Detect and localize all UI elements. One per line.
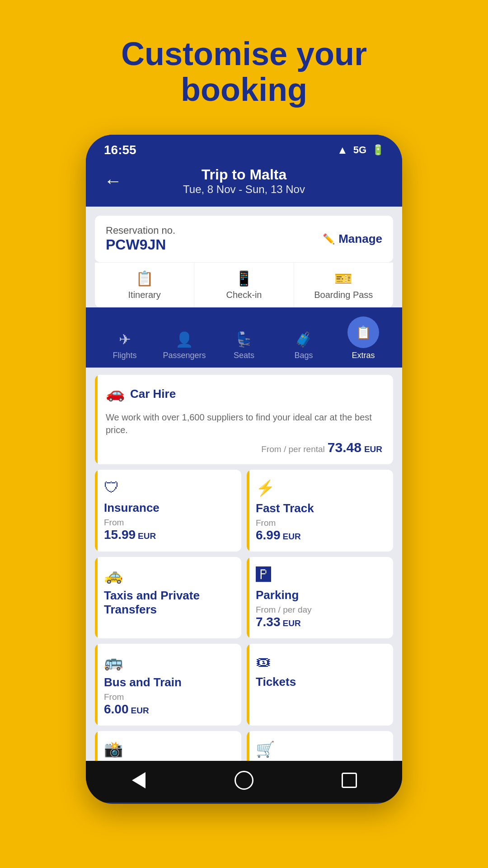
- extras-label: Extras: [352, 351, 375, 360]
- car-hire-desc: We work with over 1,600 suppliers to fin…: [106, 411, 382, 436]
- phone-bottom-bar: [86, 761, 402, 802]
- tab-boarding-pass[interactable]: 🎫 Boarding Pass: [294, 263, 393, 307]
- nav-bags[interactable]: 🧳 Bags: [274, 331, 333, 360]
- nav-flights[interactable]: ✈ Flights: [95, 331, 155, 360]
- insurance-price: 15.99: [104, 528, 136, 542]
- fast-track-card[interactable]: ⚡ Fast Track From 6.99 EUR: [247, 470, 393, 552]
- bags-icon: 🧳: [295, 331, 313, 348]
- manage-button[interactable]: Manage: [323, 232, 382, 246]
- insurance-currency: EUR: [138, 531, 156, 541]
- tab-itinerary[interactable]: 📋 Itinerary: [95, 263, 194, 307]
- parking-price: 7.33: [256, 615, 281, 629]
- nav-extras[interactable]: 📋 Extras: [333, 316, 393, 360]
- parking-icon: 🅿: [256, 566, 384, 584]
- extras-list: 🚗 Car Hire We work with over 1,600 suppl…: [86, 368, 402, 761]
- car-hire-price-label: From / per rental: [261, 444, 324, 454]
- car-hire-currency: EUR: [364, 444, 382, 454]
- extras-icon-wrap: 📋: [347, 316, 379, 348]
- bus-train-title: Bus and Train: [104, 675, 232, 689]
- checkin-icon: 📱: [235, 270, 253, 287]
- fast-track-title: Fast Track: [256, 501, 384, 515]
- fast-track-currency: EUR: [283, 532, 301, 542]
- phone-home-button[interactable]: [233, 769, 255, 792]
- reservation-card: Reservation no. PCW9JN Manage: [95, 216, 393, 262]
- status-bar: 16:55 ▲ 5G 🔋: [86, 135, 402, 162]
- phone-mockup: 16:55 ▲ 5G 🔋 ← Trip to Malta Tue, 8 Nov …: [86, 135, 402, 804]
- boarding-pass-icon: 🎫: [334, 270, 352, 287]
- parking-card[interactable]: 🅿 Parking From / per day 7.33 EUR: [247, 557, 393, 638]
- page-title: Customise your booking: [85, 36, 403, 108]
- nav-passengers[interactable]: 👤 Passengers: [155, 331, 214, 360]
- back-button[interactable]: ←: [104, 171, 122, 191]
- phone-recents-button[interactable]: [338, 769, 361, 792]
- battery-icon: 🔋: [372, 144, 384, 156]
- car-hire-title: Car Hire: [130, 387, 176, 401]
- reservation-number: PCW9JN: [106, 236, 175, 253]
- quick-tabs: 📋 Itinerary 📱 Check-in 🎫 Boarding Pass: [95, 262, 393, 307]
- nav-bar: ✈ Flights 👤 Passengers 💺 Seats 🧳 Bags 📋 …: [86, 307, 402, 368]
- equipment-card[interactable]: 🛒 Equipment From 15.00 EUR: [247, 731, 393, 761]
- trip-title: Trip to Malta: [183, 166, 305, 183]
- tickets-title: Tickets: [256, 675, 384, 689]
- status-icons: ▲ 5G 🔋: [337, 144, 384, 156]
- nav-seats[interactable]: 💺 Seats: [214, 331, 274, 360]
- checkin-label: Check-in: [226, 290, 262, 300]
- phone-back-button[interactable]: [127, 769, 150, 792]
- insurance-card[interactable]: 🛡 Insurance From 15.99 EUR: [95, 470, 241, 552]
- bus-train-price: 6.00: [104, 702, 129, 717]
- wifi-icon: ▲: [337, 144, 348, 156]
- app-header: ← Trip to Malta Tue, 8 Nov - Sun, 13 Nov: [86, 162, 402, 207]
- trip-dates: Tue, 8 Nov - Sun, 13 Nov: [183, 183, 305, 196]
- tickets-icon: 🎟: [256, 653, 384, 670]
- clock: 16:55: [104, 143, 136, 157]
- car-hire-icon: 🚗: [106, 384, 125, 402]
- content-area: Reservation no. PCW9JN Manage 📋 Itinerar…: [86, 207, 402, 761]
- insurance-title: Insurance: [104, 501, 232, 515]
- insurance-from: From: [104, 518, 232, 528]
- taxis-card[interactable]: 🚕 Taxis and Private Transfers: [95, 557, 241, 638]
- equipment-icon: 🛒: [256, 740, 384, 758]
- taxis-title: Taxis and Private Transfers: [104, 589, 232, 617]
- flights-icon: ✈: [119, 331, 131, 348]
- car-hire-price: 73.48: [328, 440, 361, 455]
- parking-currency: EUR: [283, 618, 301, 628]
- seats-label: Seats: [234, 351, 254, 360]
- activities-icon: 📸: [104, 740, 232, 758]
- extras-icon: 📋: [356, 325, 371, 340]
- parking-title: Parking: [256, 588, 384, 602]
- bus-train-card[interactable]: 🚌 Bus and Train From 6.00 EUR: [95, 644, 241, 726]
- passengers-icon: 👤: [175, 331, 193, 348]
- seats-icon: 💺: [235, 331, 253, 348]
- itinerary-label: Itinerary: [128, 290, 161, 300]
- bus-train-from: From: [104, 692, 232, 702]
- tickets-card[interactable]: 🎟 Tickets: [247, 644, 393, 726]
- signal-icon: 5G: [353, 144, 366, 156]
- fast-track-from: From: [256, 518, 384, 528]
- bus-train-currency: EUR: [131, 706, 149, 716]
- insurance-icon: 🛡: [104, 479, 232, 496]
- fast-track-price: 6.99: [256, 528, 281, 542]
- boarding-pass-label: Boarding Pass: [314, 290, 373, 300]
- itinerary-icon: 📋: [136, 270, 154, 287]
- parking-from: From / per day: [256, 605, 384, 615]
- reservation-label: Reservation no.: [106, 225, 175, 236]
- taxis-icon: 🚕: [104, 566, 232, 584]
- fast-track-icon: ⚡: [256, 479, 384, 497]
- tab-checkin[interactable]: 📱 Check-in: [194, 263, 293, 307]
- car-hire-card[interactable]: 🚗 Car Hire We work with over 1,600 suppl…: [95, 375, 393, 464]
- passengers-label: Passengers: [163, 351, 206, 360]
- bags-label: Bags: [294, 351, 313, 360]
- activities-card[interactable]: 📸 Activities & Tours: [95, 731, 241, 761]
- flights-label: Flights: [113, 351, 136, 360]
- bus-train-icon: 🚌: [104, 653, 232, 671]
